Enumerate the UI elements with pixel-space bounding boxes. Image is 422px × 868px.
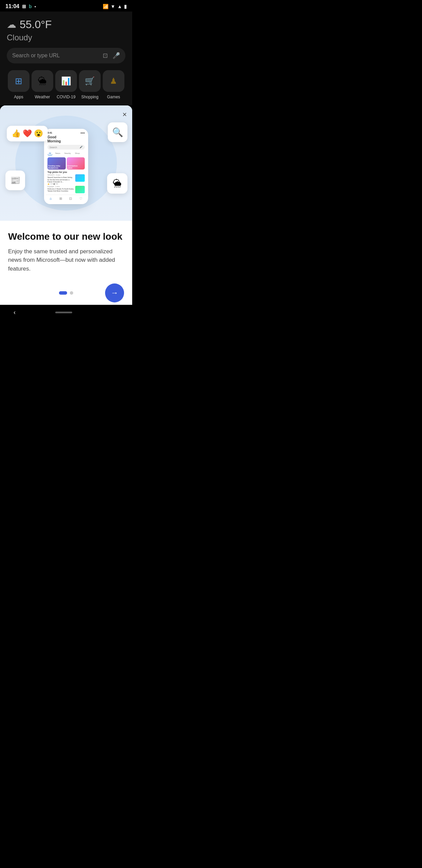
phone-status-bar: 9:41 ●●●	[46, 132, 86, 135]
quick-access-grid: ⊞ Apps 🌦 Weather 📊 COVID-19 🛒 Shopping ♟	[7, 70, 125, 99]
home-indicator[interactable]	[55, 312, 72, 313]
phone-search-mini: Search 🎤	[47, 145, 85, 150]
qr-icon: ⊞	[22, 4, 26, 9]
weather-cloud-icon: ☁	[7, 19, 16, 30]
back-button[interactable]: ‹	[14, 309, 16, 316]
apps-icon-box: ⊞	[8, 70, 29, 92]
search-float-icon: 🔍	[112, 127, 123, 138]
status-bar: 11:04 ⊞ b ● 📶 ▼ ▲ ▮	[0, 0, 132, 12]
covid-icon-box: 📊	[55, 70, 77, 92]
weather-float-icon: 🌦	[113, 178, 122, 189]
phone-cards: Trending todayHeadphones Coronavirus:Lat…	[46, 157, 86, 170]
games-icon: ♟	[110, 76, 117, 86]
phone-card-1: Trending todayHeadphones	[47, 157, 66, 170]
weather-float-card: 🌦	[107, 173, 127, 194]
covid-label: COVID-19	[57, 95, 75, 99]
phone-news-title: Top picks for you	[47, 171, 85, 173]
weather-temperature: 55.0°F	[20, 18, 52, 31]
phone-news-item-1: SPACEFX · 3 mins SpaceX launches re-flow…	[47, 174, 85, 185]
notification-dot: ●	[34, 5, 36, 8]
phone-news-section: Top picks for you SPACEFX · 3 mins Space…	[46, 171, 86, 193]
phone-news-text-2: HoloLens 2 Heads To South Korea, Taiwan …	[47, 188, 74, 192]
phone-card-label-1: Trending todayHeadphones	[48, 165, 60, 169]
wifi-icon: ▼	[110, 4, 115, 9]
weather-row: ☁ 55.0°F	[7, 18, 125, 31]
phone-mockup: 9:41 ●●● GoodMorning Search 🎤 All News N…	[44, 129, 88, 204]
search-bar[interactable]: Search or type URL ⊡ 🎤	[7, 48, 125, 63]
status-right: 📶 ▼ ▲ ▮	[103, 4, 127, 9]
surprised-emoji: 😮	[34, 129, 43, 138]
phone-tab-news: News	[54, 152, 62, 155]
modal-text-section: Welcome to our new look Enjoy the same t…	[0, 221, 132, 291]
phone-tab-shopping: Shop	[74, 152, 81, 155]
phone-card-label-2: Coronavirus:Latest	[67, 165, 78, 169]
phone-nav-home: ⌂	[50, 197, 52, 200]
phone-tab-nearby: Nearby	[63, 152, 72, 155]
microphone-icon[interactable]: 🎤	[113, 52, 120, 59]
pagination-dots	[59, 291, 73, 295]
modal-overlay: × 👍 ❤️ 😮 🔍 📰 🌦 9:41 ●●● GoodMorning	[0, 105, 132, 305]
phone-nav-tabs: ⊡	[69, 197, 72, 200]
bing-icon: b	[29, 4, 32, 9]
phone-nav-grid: ⊞	[59, 197, 62, 200]
quick-item-weather[interactable]: 🌦 Weather	[31, 70, 54, 99]
phone-news-item-2: Engadget · 3 mins HoloLens 2 Heads To So…	[47, 186, 85, 193]
phone-nav-bar: ⌂ ⊞ ⊡ ♡	[46, 195, 86, 201]
phone-card-row: Trending todayHeadphones Coronavirus:Lat…	[47, 157, 85, 170]
apps-label: Apps	[14, 95, 23, 99]
phone-thumb-2	[75, 186, 85, 193]
thumbs-up-emoji: 👍	[12, 129, 21, 138]
phone-time: 9:41	[47, 132, 52, 134]
status-time: 11:04	[5, 3, 19, 9]
phone-search-icons: 🎤	[80, 146, 83, 149]
shopping-label: Shopping	[81, 95, 99, 99]
shopping-icon: 🛒	[85, 76, 95, 86]
quick-item-games[interactable]: ♟ Games	[102, 70, 125, 99]
phone-nav-profile: ♡	[79, 197, 82, 200]
phone-tabs-row: All News Nearby Shop	[46, 152, 86, 155]
news-float-card: 📰	[5, 171, 25, 190]
games-label: Games	[107, 95, 120, 99]
weather-label: Weather	[35, 95, 50, 99]
next-button[interactable]: →	[105, 283, 124, 302]
search-icons: ⊡ 🎤	[103, 52, 120, 59]
phone-greeting: GoodMorning	[46, 135, 86, 143]
modal-close-button[interactable]: ×	[122, 110, 127, 119]
pagination-dot-2	[70, 291, 73, 295]
system-nav: ‹	[0, 305, 132, 321]
phone-search-text: Search	[49, 146, 57, 149]
battery-icon: ▮	[124, 4, 127, 9]
search-float-card: 🔍	[108, 122, 127, 142]
phone-thumb-1	[75, 174, 85, 182]
covid-icon: 📊	[61, 76, 71, 86]
phone-reactions-1: 👍 1.2k ⬤ 61k	[47, 183, 74, 185]
signal-icon: ▲	[117, 4, 122, 9]
phone-source-2: Engadget · 3 mins	[47, 186, 74, 188]
hero-illustration-area: 👍 ❤️ 😮 🔍 📰 🌦 9:41 ●●● GoodMorning Search…	[0, 105, 132, 221]
shopping-icon-box: 🛒	[79, 70, 101, 92]
modal-description: Enjoy the same trusted and personalized …	[8, 247, 124, 273]
phone-tab-all: All	[47, 152, 53, 155]
games-icon-box: ♟	[103, 70, 124, 92]
news-float-icon: 📰	[10, 176, 20, 185]
heart-emoji: ❤️	[23, 129, 32, 138]
phone-news-text-1: SpaceX launches re-flown fairing for the…	[47, 176, 74, 183]
status-left: 11:04 ⊞ b ●	[5, 3, 36, 9]
reactions-float-card: 👍 ❤️ 😮	[7, 126, 48, 141]
bluetooth-icon: 📶	[103, 4, 108, 9]
phone-source-1: SPACEFX · 3 mins	[47, 174, 74, 176]
phone-signal: ●●●	[80, 132, 85, 134]
quick-item-apps[interactable]: ⊞ Apps	[7, 70, 31, 99]
weather-quick-icon: 🌦	[38, 76, 47, 86]
modal-title: Welcome to our new look	[8, 231, 124, 242]
quick-item-covid[interactable]: 📊 COVID-19	[54, 70, 78, 99]
quick-item-shopping[interactable]: 🛒 Shopping	[78, 70, 102, 99]
background-area: ☁ 55.0°F Cloudy Search or type URL ⊡ 🎤 ⊞…	[0, 12, 132, 105]
weather-icon-box: 🌦	[32, 70, 53, 92]
weather-condition: Cloudy	[7, 33, 125, 42]
phone-card-2: Coronavirus:Latest	[67, 157, 85, 170]
modal-bottom-row: →	[0, 291, 132, 305]
apps-icon: ⊞	[15, 76, 22, 86]
camera-search-icon[interactable]: ⊡	[103, 52, 108, 59]
pagination-dot-1	[59, 291, 67, 295]
